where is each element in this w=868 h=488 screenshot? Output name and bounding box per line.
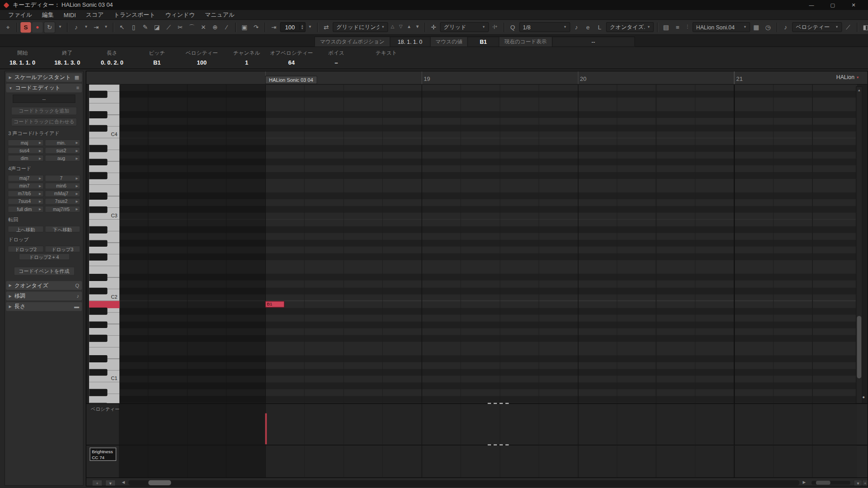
grid-overlay-button[interactable]: ▦ [751, 22, 761, 32]
cc74-lane-label[interactable]: Brightness CC 74 [90, 448, 116, 461]
black-key[interactable] [89, 335, 107, 342]
horizontal-scrollbar[interactable] [128, 480, 799, 485]
edited-part-select[interactable]: HALion Soni.04 ▾ [692, 22, 750, 32]
piano-view-button[interactable]: ▤ [660, 22, 671, 32]
section-quantize[interactable]: ▶ クオンタイズ Q [6, 281, 82, 290]
record-in-editor-button[interactable]: ● [32, 22, 42, 32]
nudge-down-button[interactable]: ▽ [397, 22, 405, 32]
black-key[interactable] [89, 321, 107, 328]
menu-item[interactable]: トランスポート [108, 10, 160, 19]
autoscroll-button[interactable]: ⇥ [91, 22, 101, 32]
grid-type-select[interactable]: グリッド ▾ [440, 22, 489, 32]
chord-button[interactable]: m7/b5▶ [8, 190, 43, 197]
vertical-scroll-thumb[interactable] [857, 316, 862, 378]
black-key[interactable] [89, 403, 107, 404]
move-down-button[interactable]: ▼ [414, 22, 421, 32]
spinner-arrows[interactable]: ▴▾ [299, 24, 305, 30]
info-field-value[interactable]: 64 [269, 59, 314, 66]
chord-button[interactable]: mMaj7▶ [45, 190, 80, 197]
chord-button[interactable]: aug▶ [45, 155, 80, 162]
mute-tool[interactable]: ✕ [198, 22, 208, 32]
glue-tool[interactable]: ⌒ [187, 22, 197, 32]
time-display-button[interactable]: ◷ [763, 22, 773, 32]
minimize-button[interactable]: — [801, 0, 822, 10]
vertical-zoom-dot[interactable]: ● [861, 394, 866, 399]
add-chord-track-button[interactable]: コードトラックを追加 [11, 107, 77, 115]
black-key[interactable] [89, 172, 107, 179]
menu-item[interactable]: 編集 [37, 10, 59, 19]
black-key[interactable] [89, 240, 107, 247]
insert-velocity-dropdown[interactable]: ▾ [307, 22, 314, 32]
info-field-value[interactable]: 100 [179, 59, 224, 66]
feedback-options-dropdown[interactable]: ▾ [82, 22, 90, 32]
menu-item[interactable]: MIDI [59, 10, 81, 19]
chord-button[interactable]: sus4▶ [8, 147, 43, 154]
close-button[interactable]: ✕ [843, 0, 864, 10]
black-key[interactable] [89, 125, 107, 131]
piano-keyboard[interactable]: C4C3C2C1 [89, 84, 121, 403]
corner-grip[interactable]: + [862, 480, 868, 487]
highlighted-key-b1[interactable] [89, 301, 119, 308]
range-selection-tool[interactable]: ▯ [128, 22, 139, 32]
menu-item[interactable]: ウィンドウ [160, 10, 200, 19]
timeline-ruler[interactable]: HALion Sonic 03 04 192021 HALion ▾ [86, 71, 868, 84]
move-up-button[interactable]: ▲ [406, 22, 413, 32]
black-key[interactable] [89, 145, 107, 152]
audition-cycle-button[interactable]: ↻ [44, 21, 56, 33]
section-chord-edit[interactable]: ▼ コードエディット ≡ [6, 84, 82, 93]
drop-button[interactable]: ドロップ2 [8, 246, 43, 253]
menu-item[interactable]: ファイル [3, 10, 37, 19]
grid-relative-button[interactable]: -|+ [490, 22, 500, 32]
black-key[interactable] [89, 226, 107, 233]
info-field-value[interactable]: 18. 1. 1. 0 [0, 59, 45, 66]
more-options-button[interactable]: ⋮ [684, 22, 691, 32]
part-name-tab[interactable]: HALion Sonic 03 04 [265, 76, 317, 84]
zoom-tool[interactable]: ⊕ [210, 22, 220, 32]
drop-button[interactable]: ドロップ3 [45, 246, 80, 253]
chord-button[interactable]: maj7▶ [8, 175, 43, 182]
swing-button[interactable]: ♪ [571, 22, 581, 32]
line-tool[interactable]: ∕ [222, 22, 232, 32]
split-tool[interactable]: ✂ [175, 22, 185, 32]
trim-tool[interactable]: ⟋ [163, 22, 174, 32]
section-length[interactable]: ▶ 長さ ▬ [6, 302, 82, 311]
quantize-length-button[interactable]: L [594, 22, 605, 32]
black-key[interactable] [89, 308, 107, 314]
object-selection-tool[interactable]: ↖ [117, 22, 127, 32]
velocity-lane-grid[interactable] [119, 404, 857, 445]
note-grid[interactable]: B1 [119, 84, 857, 403]
velocity-bar[interactable] [265, 413, 267, 445]
chord-button[interactable]: min7▶ [8, 183, 43, 189]
draw-tool[interactable]: ✎ [140, 22, 151, 32]
insert-velocity-spinner[interactable]: 100 ▴▾ [280, 22, 306, 32]
chord-button[interactable]: 7sus4▶ [8, 198, 43, 205]
quantize-preset-select[interactable]: 1/8 ▾ [519, 22, 570, 32]
maximize-button[interactable]: ▢ [822, 0, 843, 10]
event-colors-icon-button[interactable]: ♪ [780, 22, 791, 32]
info-field-value[interactable]: 18. 1. 3. 0 [45, 59, 90, 66]
left-zone-toggle-button[interactable]: ◧ [861, 22, 868, 32]
black-key[interactable] [89, 389, 107, 396]
grid-link-select[interactable]: グリッドにリンク ▾ [332, 22, 387, 32]
lane-setup-dropdown[interactable]: ▼ [105, 480, 116, 487]
info-field-value[interactable]: B1 [135, 59, 179, 66]
black-key[interactable] [89, 274, 107, 281]
black-key[interactable] [89, 287, 107, 294]
black-key[interactable] [89, 355, 107, 362]
solo-editor-button[interactable]: S [20, 22, 31, 32]
black-key[interactable] [89, 91, 107, 98]
chord-button[interactable]: min6▶ [45, 183, 80, 189]
active-part-selector[interactable]: HALion ▾ [836, 74, 859, 80]
zoom-preset-button[interactable]: ▼ [854, 480, 863, 487]
black-key[interactable] [89, 159, 107, 165]
vertical-scrollbar[interactable]: ▲ ▼ [856, 86, 863, 404]
independent-loop-button[interactable]: ↷ [251, 22, 261, 32]
scroll-left-button[interactable]: ◀ [122, 480, 125, 485]
acoustic-feedback-button[interactable]: ♪ [71, 22, 81, 32]
black-key[interactable] [89, 111, 107, 118]
nudge-up-button[interactable]: △ [389, 22, 396, 32]
chord-button[interactable]: maj▶ [8, 140, 43, 146]
toolbar-setup-pin-button[interactable]: ⌖ [3, 22, 13, 32]
midi-input-button[interactable]: ⇄ [321, 22, 331, 32]
cc74-lane-grid[interactable] [119, 446, 857, 478]
